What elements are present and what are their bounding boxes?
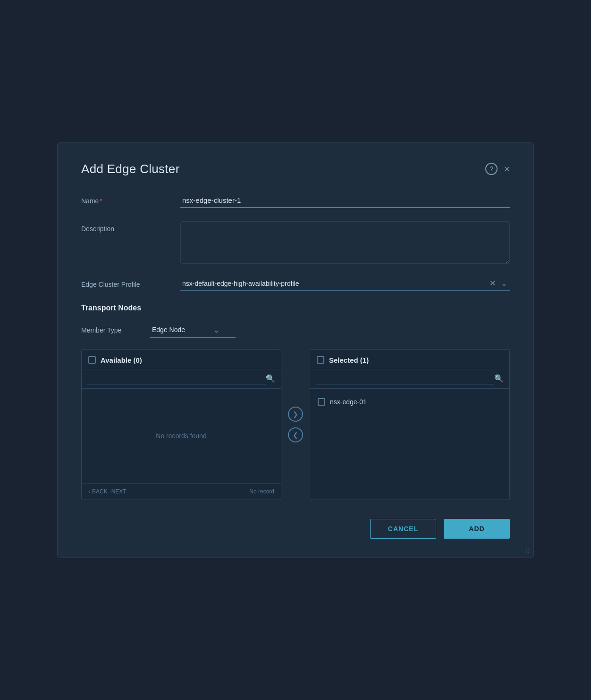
description-row: Description	[81, 221, 510, 264]
move-right-button[interactable]: ❯	[288, 407, 303, 422]
transfer-container: Available (0) 🔍 No records found ‹ BACK …	[81, 349, 510, 500]
no-records-message: No records found	[86, 393, 276, 478]
right-arrow-icon: ❯	[293, 410, 298, 418]
transport-nodes-section-title: Transport Nodes	[81, 304, 510, 312]
member-type-select[interactable]: Edge Node ⌄	[150, 323, 236, 338]
dialog-footer: CANCEL ADD	[81, 519, 510, 539]
cancel-button[interactable]: CANCEL	[370, 519, 436, 539]
dialog-title: Add Edge Cluster	[81, 162, 180, 176]
description-input[interactable]	[180, 221, 510, 264]
item-label: nsx-edge-01	[330, 398, 367, 406]
selected-search-row: 🔍	[310, 369, 509, 389]
selected-search-input[interactable]	[316, 373, 494, 384]
transfer-arrows: ❯ ❮	[281, 407, 310, 442]
selected-panel-header: Selected (1)	[310, 350, 509, 369]
pagination-info: No record	[249, 488, 274, 495]
description-label: Description	[81, 221, 180, 233]
back-button[interactable]: ‹ BACK	[88, 488, 108, 495]
edge-cluster-profile-label: Edge Cluster Profile	[81, 277, 180, 288]
name-label: Name*	[81, 193, 180, 205]
selected-select-all-checkbox[interactable]	[317, 356, 324, 364]
name-input[interactable]	[180, 193, 510, 208]
available-list: No records found	[82, 389, 281, 483]
dialog-header: Add Edge Cluster ? ×	[81, 162, 510, 176]
add-edge-cluster-dialog: Add Edge Cluster ? × Name* Description E…	[57, 142, 534, 558]
selected-panel-title: Selected (1)	[329, 356, 369, 364]
chevron-down-icon[interactable]: ⌄	[501, 279, 507, 288]
available-search-row: 🔍	[82, 369, 281, 389]
move-left-button[interactable]: ❮	[288, 427, 303, 442]
item-checkbox[interactable]	[318, 398, 325, 406]
selected-list: nsx-edge-01	[310, 389, 509, 500]
header-icons: ? ×	[485, 163, 510, 175]
add-button[interactable]: ADD	[444, 519, 510, 539]
help-icon[interactable]: ?	[485, 163, 498, 175]
edge-cluster-profile-select[interactable]: nsx-default-edge-high-availability-profi…	[180, 277, 510, 291]
member-type-label: Member Type	[81, 326, 143, 334]
name-row: Name*	[81, 193, 510, 208]
list-item: nsx-edge-01	[315, 393, 505, 410]
available-search-icon: 🔍	[266, 374, 275, 383]
resize-handle[interactable]: ⠿	[525, 547, 530, 555]
available-panel: Available (0) 🔍 No records found ‹ BACK …	[81, 349, 281, 500]
member-type-chevron-down-icon: ⌄	[213, 325, 220, 334]
edge-cluster-profile-row: Edge Cluster Profile nsx-default-edge-hi…	[81, 277, 510, 291]
next-label: NEXT	[111, 488, 127, 495]
available-search-input[interactable]	[87, 373, 266, 384]
selected-search-icon: 🔍	[494, 374, 504, 383]
close-button[interactable]: ×	[504, 164, 510, 175]
left-arrow-icon: ❮	[293, 431, 298, 439]
available-panel-title: Available (0)	[101, 356, 142, 364]
available-panel-footer: ‹ BACK NEXT No record	[82, 483, 281, 500]
clear-icon[interactable]: ✕	[490, 279, 496, 288]
edge-cluster-profile-display[interactable]: nsx-default-edge-high-availability-profi…	[180, 277, 510, 291]
selected-panel: Selected (1) 🔍 nsx-edge-01	[310, 349, 510, 500]
member-type-row: Member Type Edge Node ⌄	[81, 323, 510, 338]
chevron-left-icon: ‹	[88, 488, 90, 495]
available-select-all-checkbox[interactable]	[88, 356, 96, 364]
available-panel-header: Available (0)	[82, 350, 281, 369]
